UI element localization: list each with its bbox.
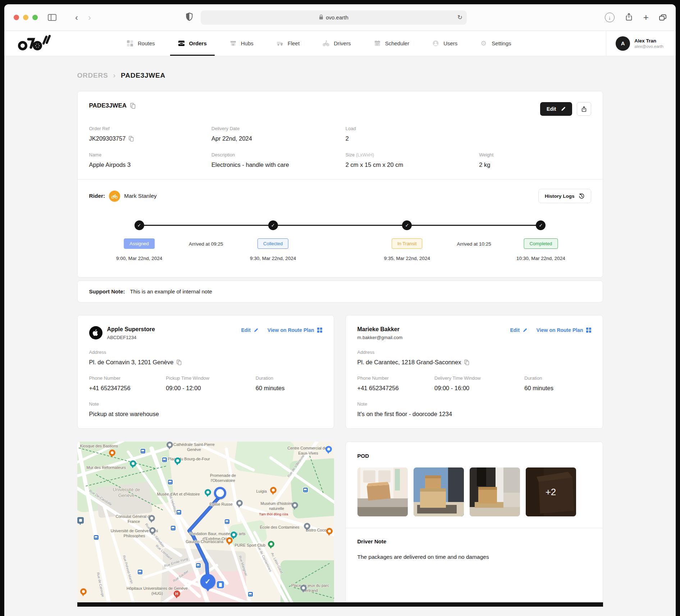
route-map[interactable]: H ✓ Kiosque des Bastions Mur des Réforma… [77,442,334,607]
edit-label: Edit [547,106,556,112]
share-order-button[interactable] [577,102,591,116]
map-marker-hospital: H [174,590,180,597]
arrival-note: Arrived at 10:25 [457,241,491,247]
rider-label: Rider: [89,193,105,199]
copy-icon[interactable] [129,136,134,142]
back-button[interactable]: ‹ [70,13,83,22]
minimize-window-button[interactable] [23,15,28,20]
map-marker-transit [248,592,253,597]
rider-section: Rider: Mark Stanley History Logs ✓ ✓ [78,179,603,277]
downloads-icon[interactable]: ↓ [605,13,615,22]
recipient-email: m.bakker@gmail.com [357,335,403,340]
user-email: alex@ovo.earth [634,44,663,49]
browser-window: ‹ › ovo.earth ↻ ↓ + [4,4,676,616]
hubs-icon [230,40,237,47]
field-weight: Weight 2 kg [479,152,591,168]
map-marker-store [217,581,224,588]
timeline-check-icon: ✓ [402,220,412,230]
route-start-marker [214,487,226,499]
user-name: Alex Tran [634,38,663,44]
map-marker-museum [231,531,237,538]
edit-pickup-link[interactable]: Edit [241,327,258,333]
users-icon [432,40,439,47]
nav-item-routes[interactable]: Routes [116,31,166,56]
arrival-note: Arrived at 09:25 [189,241,223,247]
shield-icon[interactable] [186,13,193,22]
map-marker-transit [177,510,181,515]
history-logs-button[interactable]: History Logs [538,189,591,203]
map-marker-restaurant [226,537,233,544]
view-route-plan-link[interactable]: View on Route Plan [268,327,322,333]
map-marker-church [236,500,243,506]
nav-label: Scheduler [385,40,410,46]
gear-icon: ⚙ [480,40,487,47]
pod-photo[interactable] [470,467,520,516]
address-bar[interactable]: ovo.earth ↻ [201,10,467,25]
breadcrumb: ORDERS › PADE3JWEA [77,71,603,79]
pickup-note: Note Pickup at store warehouse [89,401,322,417]
edit-order-button[interactable]: Edit [540,102,572,116]
view-route-plan-link[interactable]: View on Route Plan [537,327,591,333]
rider-avatar-bike-icon [109,191,120,202]
reload-icon[interactable]: ↻ [457,14,462,21]
map-label: École des Contamines [260,525,300,530]
zoom-window-button[interactable] [32,15,38,20]
map-label: Luigia [256,489,267,494]
close-window-button[interactable] [14,15,19,20]
new-tab-icon[interactable]: + [643,12,649,23]
map-marker-consulate [149,515,155,521]
user-profile[interactable]: A Alex Tran alex@ovo.earth [606,31,676,56]
map-marker-transit [162,457,167,462]
breadcrumb-current: PADE3JWEA [121,72,165,79]
nav-label: Drivers [334,40,351,46]
map-label: Gaucho Churrascaria [186,539,224,544]
pod-photo[interactable] [357,467,408,516]
field-order-ref: Order Ref JK209303757 [89,126,212,142]
support-note-text: This is an example of internal note [130,288,212,295]
pod-photo-more[interactable]: +2 [526,467,576,516]
delivery-duration: Duration 60 minutes [524,375,591,392]
nav-item-settings[interactable]: ⚙ Settings [470,31,522,56]
orders-icon [178,40,185,47]
nav-item-hubs[interactable]: Hubs [219,31,264,56]
copy-icon[interactable] [464,360,469,365]
field-size: Size (LxWxH) 2 cm x 15 cm x 20 cm [346,152,479,168]
nav-item-scheduler[interactable]: Scheduler [363,31,420,56]
map-marker-transit [225,519,229,524]
status-badge-assigned: Assigned [124,238,154,249]
copy-icon[interactable] [130,103,136,109]
nav-item-fleet[interactable]: Fleet [266,31,310,56]
history-icon [579,193,585,199]
map-marker-shopping [325,446,332,452]
share-icon[interactable] [625,12,633,23]
copy-icon[interactable] [177,360,182,365]
tab-overview-icon[interactable] [659,14,666,20]
delivery-card: Marieke Bakker m.bakker@gmail.com Edit V… [346,315,603,429]
history-logs-label: History Logs [545,193,575,199]
status-badge-collected: Collected [257,238,288,249]
traffic-lights[interactable] [14,15,38,20]
delivery-note: Note It's on the first floor - doorcode … [357,401,591,417]
order-card: PADE3JWEA Edit Order Re [77,91,603,278]
map-marker-restaurant [80,588,87,595]
pod-photo[interactable] [414,467,464,516]
lock-icon [319,14,323,21]
map-marker-parking [77,517,84,524]
ovo-logo[interactable] [17,35,51,53]
apple-logo-icon [89,326,102,339]
sidebar-toggle-icon[interactable] [48,14,56,21]
nav-label: Routes [138,40,155,46]
pickup-code: ABCDEF1234 [107,335,155,340]
drivers-icon [323,40,329,47]
map-marker-transit [138,570,142,574]
timeline-date: 9:30, Mar 22nd, 2024 [250,256,296,261]
nav-item-drivers[interactable]: Drivers [312,31,362,56]
map-marker-museum [292,502,298,508]
edit-delivery-link[interactable]: Edit [510,327,527,333]
status-badge-in-transit: In Transit [392,238,422,249]
nav-item-users[interactable]: Users [421,31,468,56]
map-label: Centre Commercial des Eaux-Vives [284,446,333,456]
nav-item-orders[interactable]: Orders [167,31,218,56]
breadcrumb-orders[interactable]: ORDERS [77,72,108,79]
forward-button[interactable]: › [83,13,96,22]
